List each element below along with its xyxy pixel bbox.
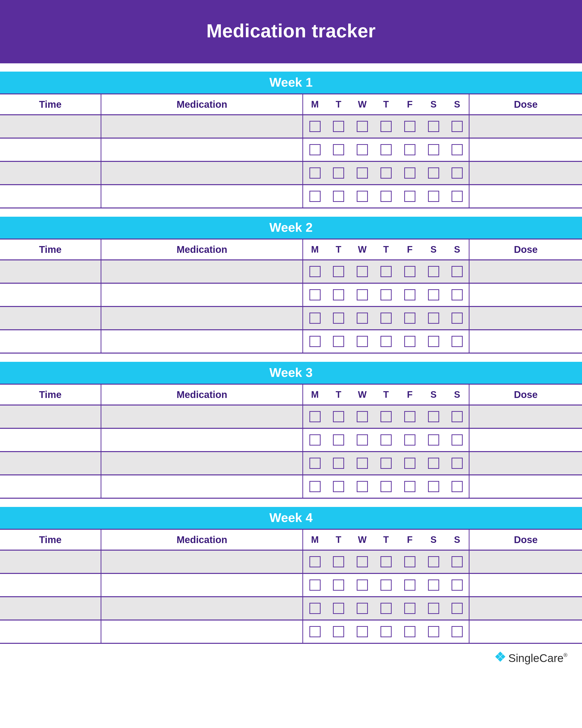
- day-checkbox[interactable]: [451, 167, 463, 179]
- day-checkbox[interactable]: [404, 144, 415, 155]
- day-checkbox[interactable]: [333, 626, 344, 637]
- dose-cell[interactable]: [469, 330, 582, 353]
- day-checkbox[interactable]: [451, 481, 463, 492]
- day-checkbox[interactable]: [428, 434, 439, 445]
- time-cell[interactable]: [0, 138, 101, 161]
- day-checkbox[interactable]: [404, 481, 415, 492]
- day-checkbox[interactable]: [381, 191, 392, 202]
- dose-cell[interactable]: [469, 620, 582, 643]
- day-checkbox[interactable]: [404, 191, 415, 202]
- day-checkbox[interactable]: [309, 556, 321, 567]
- day-checkbox[interactable]: [357, 556, 368, 567]
- dose-cell[interactable]: [469, 115, 582, 138]
- day-checkbox[interactable]: [309, 313, 321, 324]
- medication-cell[interactable]: [101, 620, 303, 643]
- dose-cell[interactable]: [469, 307, 582, 330]
- day-checkbox[interactable]: [404, 289, 415, 301]
- day-checkbox[interactable]: [451, 411, 463, 422]
- day-checkbox[interactable]: [381, 626, 392, 637]
- day-checkbox[interactable]: [381, 458, 392, 469]
- day-checkbox[interactable]: [451, 191, 463, 202]
- day-checkbox[interactable]: [381, 266, 392, 277]
- time-cell[interactable]: [0, 330, 101, 353]
- day-checkbox[interactable]: [381, 336, 392, 347]
- day-checkbox[interactable]: [309, 167, 321, 179]
- day-checkbox[interactable]: [333, 458, 344, 469]
- medication-cell[interactable]: [101, 573, 303, 597]
- dose-cell[interactable]: [469, 451, 582, 475]
- day-checkbox[interactable]: [404, 313, 415, 324]
- day-checkbox[interactable]: [357, 458, 368, 469]
- medication-cell[interactable]: [101, 115, 303, 138]
- day-checkbox[interactable]: [357, 626, 368, 637]
- day-checkbox[interactable]: [309, 336, 321, 347]
- time-cell[interactable]: [0, 620, 101, 643]
- day-checkbox[interactable]: [428, 121, 439, 132]
- day-checkbox[interactable]: [357, 603, 368, 614]
- day-checkbox[interactable]: [428, 603, 439, 614]
- day-checkbox[interactable]: [381, 556, 392, 567]
- day-checkbox[interactable]: [357, 289, 368, 301]
- day-checkbox[interactable]: [333, 266, 344, 277]
- day-checkbox[interactable]: [428, 336, 439, 347]
- dose-cell[interactable]: [469, 428, 582, 451]
- day-checkbox[interactable]: [309, 603, 321, 614]
- day-checkbox[interactable]: [428, 411, 439, 422]
- day-checkbox[interactable]: [333, 603, 344, 614]
- day-checkbox[interactable]: [451, 144, 463, 155]
- day-checkbox[interactable]: [333, 121, 344, 132]
- day-checkbox[interactable]: [381, 121, 392, 132]
- medication-cell[interactable]: [101, 283, 303, 307]
- day-checkbox[interactable]: [309, 579, 321, 591]
- day-checkbox[interactable]: [381, 167, 392, 179]
- day-checkbox[interactable]: [451, 626, 463, 637]
- day-checkbox[interactable]: [333, 144, 344, 155]
- day-checkbox[interactable]: [309, 411, 321, 422]
- time-cell[interactable]: [0, 161, 101, 185]
- time-cell[interactable]: [0, 475, 101, 498]
- day-checkbox[interactable]: [428, 144, 439, 155]
- dose-cell[interactable]: [469, 260, 582, 283]
- day-checkbox[interactable]: [357, 481, 368, 492]
- time-cell[interactable]: [0, 283, 101, 307]
- day-checkbox[interactable]: [451, 579, 463, 591]
- day-checkbox[interactable]: [451, 336, 463, 347]
- day-checkbox[interactable]: [381, 434, 392, 445]
- day-checkbox[interactable]: [381, 603, 392, 614]
- time-cell[interactable]: [0, 451, 101, 475]
- day-checkbox[interactable]: [428, 167, 439, 179]
- day-checkbox[interactable]: [451, 458, 463, 469]
- day-checkbox[interactable]: [333, 556, 344, 567]
- day-checkbox[interactable]: [381, 411, 392, 422]
- time-cell[interactable]: [0, 597, 101, 620]
- day-checkbox[interactable]: [428, 191, 439, 202]
- day-checkbox[interactable]: [309, 144, 321, 155]
- day-checkbox[interactable]: [357, 266, 368, 277]
- medication-cell[interactable]: [101, 428, 303, 451]
- day-checkbox[interactable]: [333, 313, 344, 324]
- day-checkbox[interactable]: [333, 336, 344, 347]
- medication-cell[interactable]: [101, 307, 303, 330]
- day-checkbox[interactable]: [451, 121, 463, 132]
- day-checkbox[interactable]: [357, 579, 368, 591]
- day-checkbox[interactable]: [333, 579, 344, 591]
- day-checkbox[interactable]: [333, 434, 344, 445]
- day-checkbox[interactable]: [428, 626, 439, 637]
- day-checkbox[interactable]: [404, 626, 415, 637]
- dose-cell[interactable]: [469, 573, 582, 597]
- day-checkbox[interactable]: [451, 266, 463, 277]
- day-checkbox[interactable]: [309, 626, 321, 637]
- day-checkbox[interactable]: [309, 458, 321, 469]
- time-cell[interactable]: [0, 405, 101, 428]
- dose-cell[interactable]: [469, 185, 582, 208]
- day-checkbox[interactable]: [428, 458, 439, 469]
- medication-cell[interactable]: [101, 161, 303, 185]
- day-checkbox[interactable]: [333, 289, 344, 301]
- time-cell[interactable]: [0, 573, 101, 597]
- medication-cell[interactable]: [101, 260, 303, 283]
- day-checkbox[interactable]: [309, 266, 321, 277]
- day-checkbox[interactable]: [333, 191, 344, 202]
- dose-cell[interactable]: [469, 597, 582, 620]
- day-checkbox[interactable]: [357, 313, 368, 324]
- medication-cell[interactable]: [101, 550, 303, 573]
